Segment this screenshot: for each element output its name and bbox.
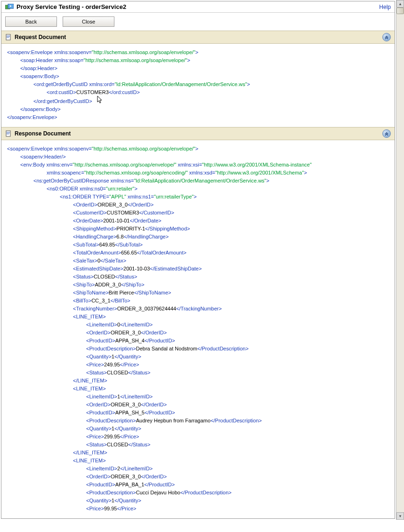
line-item-close: </LINE_ITEM>: [7, 377, 391, 385]
line-item-field-ProductID: <ProductID>APPA_BA_1</ProductID>: [7, 481, 391, 489]
line-item-field-OrderID: <OrderID>ORDER_3_0</OrderID>: [7, 473, 391, 481]
line-item-field-LineItemID: <LineItemID>0</LineItemID>: [7, 321, 391, 329]
line-item-field-Price: <Price>299.95</Price>: [7, 433, 391, 441]
xml-field-ShipToName: <ShipToName>Britt Pierce</ShipToName>: [7, 289, 391, 297]
help-link[interactable]: Help: [379, 4, 391, 10]
line-item-field-Quantity: <Quantity>1</Quantity>: [7, 425, 391, 433]
line-item-field-Status: <Status>CLOSED</Status>: [7, 369, 391, 377]
line-item-field-ProductID: <ProductID>APPA_SH_5</ProductID>: [7, 409, 391, 417]
xml-field-Status: <Status>CLOSED</Status>: [7, 273, 391, 281]
title-bar: Proxy Service Testing - orderService2 He…: [1, 1, 395, 13]
document-icon: [5, 34, 12, 40]
xml-field-SubTotal: <SubTotal>649.85</SubTotal>: [7, 241, 391, 249]
xml-field-CustomerID: <CustomerID>CUSTOMER3</CustomerID>: [7, 209, 391, 217]
line-item-field-Status: <Status>CLOSED</Status>: [7, 441, 391, 449]
xml-field-OrderDate: <OrderDate>2001-10-01</OrderDate>: [7, 217, 391, 225]
response-header: Response Document: [1, 127, 395, 140]
line-item-field-Quantity: <Quantity>1</Quantity>: [7, 497, 391, 505]
scroll-thumb[interactable]: [396, 8, 404, 14]
line-item-close: </LINE_ITEM>: [7, 449, 391, 457]
line-item-open: <LINE_ITEM>: [7, 385, 391, 393]
xml-field-ShippingMethod: <ShippingMethod>PRIORITY-1</ShippingMeth…: [7, 225, 391, 233]
line-item-field-ProductDescription: <ProductDescription>Audrey Hepbun from F…: [7, 417, 391, 425]
proxy-service-icon: [5, 4, 14, 10]
back-button[interactable]: Back: [5, 16, 57, 27]
response-xml: <soapenv:Envelope xmlns:soapenv="http://…: [1, 140, 395, 518]
line-item-field-ProductID: <ProductID>APPA_SH_4</ProductID>: [7, 337, 391, 345]
request-xml: <soapenv:Envelope xmlns:soapenv="http://…: [1, 44, 395, 127]
main-panel: Proxy Service Testing - orderService2 He…: [1, 1, 395, 519]
xml-field-TotalOrderAmount: <TotalOrderAmount>656.65</TotalOrderAmou…: [7, 249, 391, 257]
document-icon: [5, 130, 12, 137]
line-item-field-ProductDescription: <ProductDescription>Cucci Dejavu Hobo</P…: [7, 489, 391, 497]
vertical-scrollbar[interactable]: ▲ ▼: [396, 0, 404, 520]
close-button[interactable]: Close: [63, 16, 114, 27]
line-item-field-ProductDescription: <ProductDescription>Debra Sandal at Nods…: [7, 345, 391, 353]
button-row: Back Close: [1, 13, 395, 31]
collapse-button[interactable]: [382, 33, 391, 41]
line-item-field-LineItemID: <LineItemID>2</LineItemID>: [7, 465, 391, 473]
scroll-down-arrow[interactable]: ▼: [396, 512, 404, 520]
scroll-up-arrow[interactable]: ▲: [396, 0, 404, 8]
response-title: Response Document: [15, 130, 71, 137]
xml-field-EstimatedShipDate: <EstimatedShipDate>2001-10-03</Estimated…: [7, 265, 391, 273]
line-item-field-OrderID: <OrderID>ORDER_3_0</OrderID>: [7, 401, 391, 409]
xml-field-ShipTo: <ShipTo>ADDR_3_0</ShipTo>: [7, 281, 391, 289]
page-title: Proxy Service Testing - orderService2: [16, 3, 126, 10]
xml-field-TrackingNumber: <TrackingNumber>ORDER_3_00379624444</Tra…: [7, 305, 391, 313]
xml-field-OrderID: <OrderID>ORDER_3_0</OrderID>: [7, 201, 391, 209]
line-item-field-Quantity: <Quantity>1</Quantity>: [7, 353, 391, 361]
svg-rect-3: [6, 131, 10, 136]
line-item-field-LineItemID: <LineItemID>1</LineItemID>: [7, 393, 391, 401]
line-item-field-OrderID: <OrderID>ORDER_3_0</OrderID>: [7, 329, 391, 337]
request-title: Request Document: [15, 34, 66, 40]
xml-field-SaleTax: <SaleTax>0</SaleTax>: [7, 257, 391, 265]
svg-rect-2: [6, 34, 10, 40]
line-item-open: <LINE_ITEM>: [7, 457, 391, 465]
xml-field-BillTo: <BillTo>CC_3_1</BillTo>: [7, 297, 391, 305]
line-item-field-Price: <Price>249.95</Price>: [7, 361, 391, 369]
collapse-button[interactable]: [382, 129, 391, 138]
line-item-open: <LINE_ITEM>: [7, 313, 391, 321]
mouse-cursor-icon: [97, 96, 104, 103]
xml-field-HandlingCharge: <HandlingCharge>6.8</HandlingCharge>: [7, 233, 391, 241]
line-item-field-Price: <Price>99.95</Price>: [7, 505, 391, 513]
request-header: Request Document: [1, 31, 395, 44]
